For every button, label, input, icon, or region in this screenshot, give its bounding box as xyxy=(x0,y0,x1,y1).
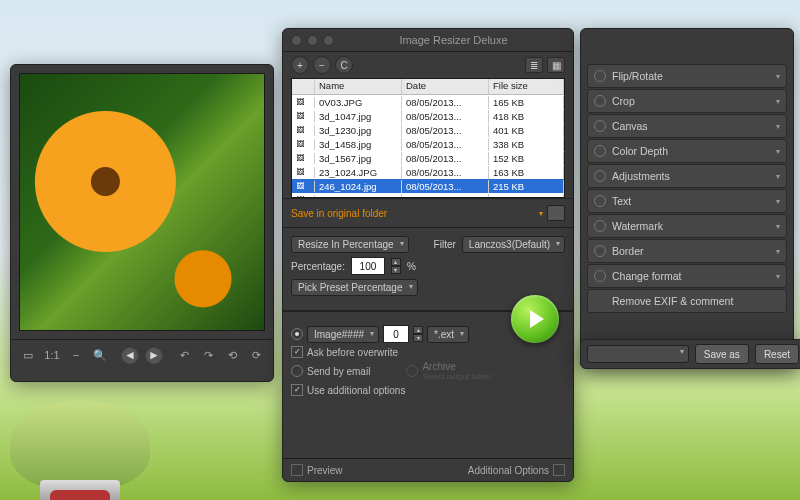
use-additional-checkbox[interactable]: ✓ xyxy=(291,384,303,396)
undo-icon[interactable]: ⟲ xyxy=(223,346,241,364)
zoom-out-icon[interactable]: − xyxy=(67,346,85,364)
resize-mode-select[interactable]: Resize In Percentage xyxy=(291,236,409,253)
titlebar: Image Resizer Deluxe xyxy=(283,29,573,52)
naming-index-stepper[interactable]: ▴▾ xyxy=(413,326,423,342)
option-flip-rotate[interactable]: Flip/Rotate▾ xyxy=(587,64,787,88)
preview-tab[interactable]: Preview xyxy=(307,465,343,476)
send-email-radio[interactable] xyxy=(291,365,303,377)
naming-radio[interactable] xyxy=(291,328,303,340)
folder-icon[interactable] xyxy=(547,205,565,221)
option-canvas[interactable]: Canvas▾ xyxy=(587,114,787,138)
remove-file-button[interactable]: − xyxy=(313,56,331,74)
redo-icon[interactable]: ⟳ xyxy=(247,346,265,364)
archive-sublabel: Select output folder xyxy=(422,372,491,381)
additional-toggle-icon[interactable] xyxy=(553,464,565,476)
preview-toolbar: ▭ 1:1 − 🔍 ◄ ► ↶ ↷ ⟲ ⟳ xyxy=(11,339,273,370)
option-crop[interactable]: Crop▾ xyxy=(587,89,787,113)
ask-overwrite-checkbox[interactable]: ✓ xyxy=(291,346,303,358)
file-list-toolbar: + − C ≣ ▦ xyxy=(283,52,573,78)
col-size[interactable]: File size xyxy=(489,79,564,94)
preset-select[interactable] xyxy=(587,345,689,363)
archive-radio[interactable] xyxy=(406,365,418,377)
archive-label: Archive xyxy=(422,361,491,372)
table-row[interactable]: 🖼3d_1567.jpg08/05/2013...152 KB xyxy=(292,151,564,165)
col-date[interactable]: Date xyxy=(402,79,489,94)
chevron-down-icon: ▾ xyxy=(539,209,543,218)
percentage-stepper[interactable]: ▴▾ xyxy=(391,258,401,274)
next-image-button[interactable]: ► xyxy=(145,346,163,364)
table-row[interactable]: 🖼3d_1230.jpg08/05/2013...401 KB xyxy=(292,123,564,137)
option-adjustments[interactable]: Adjustments▾ xyxy=(587,164,787,188)
list-view-icon[interactable]: ≣ xyxy=(525,57,543,73)
preset-percentage-select[interactable]: Pick Preset Percentage xyxy=(291,279,418,296)
save-as-button[interactable]: Save as xyxy=(695,344,749,364)
option-border[interactable]: Border▾ xyxy=(587,239,787,263)
table-header[interactable]: Name Date File size xyxy=(292,79,564,95)
preview-image xyxy=(20,74,264,330)
table-row[interactable]: 🖼23_1024.JPG08/05/2013...163 KB xyxy=(292,165,564,179)
window-controls[interactable] xyxy=(291,35,334,46)
prev-image-button[interactable]: ◄ xyxy=(121,346,139,364)
naming-pattern-select[interactable]: Image#### xyxy=(307,326,379,343)
table-row[interactable]: 🖼3d_1458.jpg08/05/2013...338 KB xyxy=(292,137,564,151)
save-location-label: Save in original folder xyxy=(291,208,535,219)
col-name[interactable]: Name xyxy=(315,79,402,94)
naming-index-input[interactable] xyxy=(383,325,409,343)
additional-options-panel: Flip/Rotate▾Crop▾Canvas▾Color Depth▾Adju… xyxy=(580,28,794,368)
option-remove-exif-comment[interactable]: Remove EXIF & comment xyxy=(587,289,787,313)
filter-select[interactable]: Lanczos3(Default) xyxy=(462,236,565,253)
option-color-depth[interactable]: Color Depth▾ xyxy=(587,139,787,163)
refresh-button[interactable]: C xyxy=(335,56,353,74)
file-table[interactable]: Name Date File size 🖼0V03.JPG08/05/2013.… xyxy=(291,78,565,198)
preview-toggle-icon[interactable] xyxy=(291,464,303,476)
rotate-cw-icon[interactable]: ↷ xyxy=(199,346,217,364)
option-text[interactable]: Text▾ xyxy=(587,189,787,213)
percentage-unit: % xyxy=(407,261,416,272)
add-file-button[interactable]: + xyxy=(291,56,309,74)
table-row[interactable]: 🖼0V03.JPG08/05/2013...165 KB xyxy=(292,95,564,109)
actual-size-button[interactable]: 1:1 xyxy=(43,346,61,364)
rotate-ccw-icon[interactable]: ↶ xyxy=(175,346,193,364)
naming-ext-select[interactable]: *.ext xyxy=(427,326,469,343)
grid-view-icon[interactable]: ▦ xyxy=(547,57,565,73)
option-change-format[interactable]: Change format▾ xyxy=(587,264,787,288)
zoom-in-icon[interactable]: 🔍 xyxy=(91,346,109,364)
ask-overwrite-label: Ask before overwrite xyxy=(307,347,398,358)
window-title: Image Resizer Deluxe xyxy=(342,34,565,46)
table-row[interactable]: 🖼3d_1047.jpg08/05/2013...418 KB xyxy=(292,109,564,123)
fit-window-icon[interactable]: ▭ xyxy=(19,346,37,364)
table-row[interactable]: 🖼246_1024.jpg08/05/2013...215 KB xyxy=(292,179,564,193)
preset-save-bar: Save as Reset xyxy=(580,339,800,369)
use-additional-label: Use additional options xyxy=(307,385,405,396)
percentage-label: Percentage: xyxy=(291,261,345,272)
reset-button[interactable]: Reset xyxy=(755,344,799,364)
option-watermark[interactable]: Watermark▾ xyxy=(587,214,787,238)
preview-panel: ▭ 1:1 − 🔍 ◄ ► ↶ ↷ ⟲ ⟳ xyxy=(10,64,274,382)
percentage-input[interactable] xyxy=(351,257,385,275)
send-email-label: Send by email xyxy=(307,366,370,377)
preview-viewport[interactable] xyxy=(19,73,265,331)
desktop: ▭ 1:1 − 🔍 ◄ ► ↶ ↷ ⟲ ⟳ Image Resizer Delu… xyxy=(0,0,800,500)
additional-options-tab[interactable]: Additional Options xyxy=(468,465,549,476)
run-button[interactable] xyxy=(511,295,559,343)
filter-label: Filter xyxy=(434,239,456,250)
main-panel: Image Resizer Deluxe + − C ≣ ▦ Name Date… xyxy=(282,28,574,482)
footer-tabs: Preview Additional Options xyxy=(283,458,573,481)
save-location-row[interactable]: Save in original folder ▾ xyxy=(283,198,573,228)
